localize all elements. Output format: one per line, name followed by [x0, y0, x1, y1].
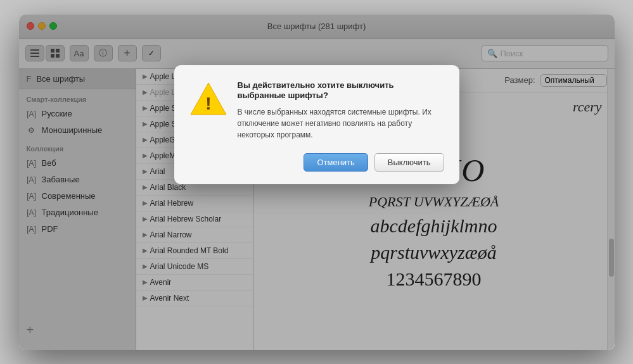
confirm-button[interactable]: Выключить [374, 153, 444, 172]
dialog-title: Вы действительно хотите выключить выбран… [238, 80, 444, 102]
dialog-header: ! Вы действительно хотите выключить выбр… [189, 80, 444, 141]
cancel-button[interactable]: Отменить [304, 153, 368, 172]
main-window: Все шрифты (281 шрифт) Aа ⓘ [19, 15, 615, 350]
dialog-overlay: ! Вы действительно хотите выключить выбр… [19, 15, 615, 350]
dialog-buttons: Отменить Выключить [189, 153, 444, 172]
dialog: ! Вы действительно хотите выключить выбр… [174, 65, 459, 185]
warning-icon: ! [189, 80, 227, 118]
dialog-body: В числе выбранных находятся системные шр… [238, 106, 444, 141]
svg-text:!: ! [205, 94, 211, 113]
dialog-text-block: Вы действительно хотите выключить выбран… [238, 80, 444, 141]
